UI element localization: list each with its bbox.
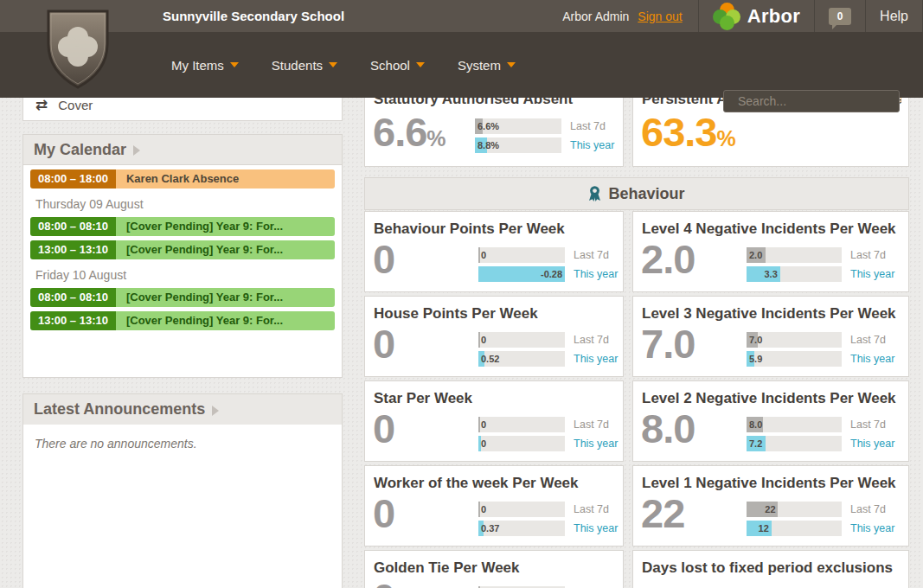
bar-fill (478, 332, 480, 348)
stat-bar: 22 (747, 502, 842, 517)
chevron-down-icon (329, 62, 337, 72)
stat-value: 0 (373, 408, 394, 449)
bar-label: This year (850, 522, 894, 534)
nav-item-school[interactable]: School (370, 58, 425, 73)
stat-card[interactable]: Level 1 Negative Incidents Per Week2222L… (632, 465, 909, 546)
search-box[interactable] (723, 90, 900, 112)
stat-bar-row: 7.2This year (747, 436, 894, 451)
stat-value-number: 22 (641, 490, 684, 536)
sign-out-link[interactable]: Sign out (638, 10, 682, 23)
stat-card-title: Level 2 Negative Incidents Per Week (642, 390, 901, 407)
stat-value: 0 (373, 578, 394, 588)
stat-card-title: Days lost to fixed period exclusions (642, 559, 901, 577)
nav-item-students[interactable]: Students (272, 58, 337, 73)
stat-card[interactable]: Worker of the week Per Week00Last 7d0.37… (364, 465, 624, 546)
event-title: [Cover Pending] Year 9: For... (116, 311, 335, 330)
stat-bar: 0.52 (478, 351, 565, 367)
stat-value: 2.0 (641, 239, 695, 279)
bar-label: This year (570, 139, 614, 151)
bar-value: -0.28 (541, 266, 562, 282)
stat-value-number: 8.0 (641, 406, 695, 451)
behaviour-title: Behaviour (608, 185, 684, 203)
stat-value-number: 63.3 (641, 109, 716, 155)
calendar-event[interactable]: 08:00 – 08:10[Cover Pending] Year 9: For… (30, 288, 335, 307)
stat-bar: 8.0 (747, 417, 842, 432)
calendar-header[interactable]: My Calendar (22, 134, 343, 165)
stat-bar-row: 0Last 7d (478, 502, 618, 517)
bar-value: 7.0 (749, 332, 762, 348)
nav-item-my-items[interactable]: My Items (171, 58, 239, 73)
school-name: Sunnyville Secondary School (163, 0, 344, 32)
stat-bar: 0 (478, 247, 565, 263)
event-time: 08:00 – 08:10 (30, 217, 116, 236)
stat-bar-row: 22Last 7d (747, 502, 894, 517)
stat-bars: 0Last 7d0This year (478, 417, 618, 455)
event-title: [Cover Pending] Year 9: For... (116, 217, 335, 236)
cover-label: Cover (58, 98, 93, 112)
chevron-right-icon (212, 406, 219, 416)
stat-card[interactable]: House Points Per Week00Last 7d0.52This y… (364, 296, 624, 377)
bar-value: 0 (481, 247, 486, 263)
bar-value: 7.2 (749, 436, 762, 451)
stat-card[interactable]: Level 4 Negative Incidents Per Week2.02.… (632, 211, 909, 292)
stat-bar: 0 (478, 417, 565, 432)
bar-label: This year (574, 353, 618, 365)
help-button: Help (880, 9, 908, 24)
stat-bar-row: 0Last 7d (478, 247, 618, 263)
stat-bar-row: 5.9This year (747, 351, 894, 367)
stat-bar: 0.37 (478, 521, 565, 536)
nav-item-label: School (370, 58, 410, 73)
bar-label: Last 7d (574, 334, 609, 346)
bar-value: 8.0 (749, 417, 762, 432)
stat-bar: 2.0 (747, 247, 842, 263)
calendar-event[interactable]: 08:00 – 18:00Karen Clark Absence (30, 169, 335, 189)
event-title: [Cover Pending] Year 9: For... (116, 288, 335, 307)
stat-bar-row: 0Last 7d (478, 332, 618, 348)
announcements-header[interactable]: Latest Announcements (22, 393, 343, 425)
stat-value: 6.6% (373, 112, 446, 152)
stat-card-title: Level 3 Negative Incidents Per Week (642, 305, 901, 323)
stat-bars: 2.0Last 7d3.3This year (747, 247, 894, 285)
cover-item[interactable]: ⇄ Cover (35, 98, 93, 112)
event-time: 13:00 – 13:10 (30, 311, 116, 330)
stat-bar: 6.6% (475, 118, 561, 134)
stat-bar-row: 0.37This year (478, 521, 618, 536)
bar-label: This year (850, 438, 894, 450)
stat-card[interactable]: Golden Tie Per Week00Last 7d0This year (364, 550, 624, 588)
stat-bar: 5.9 (747, 351, 842, 367)
bar-value: 8.8% (478, 137, 499, 153)
bar-value: 0 (481, 502, 486, 517)
calendar-event[interactable]: 13:00 – 13:10[Cover Pending] Year 9: For… (30, 311, 335, 330)
event-title: [Cover Pending] Year 9: For... (116, 240, 335, 259)
stat-card-title: Worker of the week Per Week (374, 475, 616, 492)
stat-bar-row: 0Last 7d (478, 417, 618, 432)
stat-bar-row: -0.28This year (478, 266, 618, 282)
stat-value: 22 (641, 493, 684, 534)
bar-label: Last 7d (850, 419, 886, 431)
bar-label: Last 7d (574, 249, 609, 261)
calendar-event[interactable]: 13:00 – 13:10[Cover Pending] Year 9: For… (30, 240, 335, 259)
bar-label: This year (850, 353, 894, 365)
nav-item-system[interactable]: System (458, 58, 516, 73)
nav-item-label: System (458, 58, 501, 73)
search-input[interactable] (736, 93, 896, 109)
medal-icon (588, 186, 601, 201)
notification-section[interactable]: 0 (814, 0, 865, 32)
stat-value-number: 0 (373, 406, 394, 451)
stat-card[interactable]: Level 3 Negative Incidents Per Week7.07.… (632, 296, 909, 377)
main-nav: My ItemsStudentsSchoolSystem (0, 32, 923, 98)
arbor-logo: Arbor (713, 3, 800, 30)
calendar-event[interactable]: 08:00 – 08:10[Cover Pending] Year 9: For… (30, 217, 335, 236)
stat-bar: -0.28 (478, 266, 565, 282)
bar-value: 3.3 (765, 266, 778, 282)
stat-card-title: Level 1 Negative Incidents Per Week (642, 475, 901, 492)
stat-card[interactable]: Level 2 Negative Incidents Per Week8.08.… (632, 380, 909, 462)
brand-section[interactable]: Arbor (698, 0, 814, 32)
stat-card[interactable]: Star Per Week00Last 7d0This year (364, 380, 624, 462)
stat-card[interactable]: Days lost to fixed period exclusions (632, 550, 909, 588)
bar-label: This year (574, 438, 618, 450)
bar-value: 2.0 (749, 247, 762, 263)
stat-card[interactable]: Behaviour Points Per Week00Last 7d-0.28T… (364, 211, 624, 292)
help-section[interactable]: Help (865, 0, 923, 32)
bar-label: This year (574, 522, 618, 534)
